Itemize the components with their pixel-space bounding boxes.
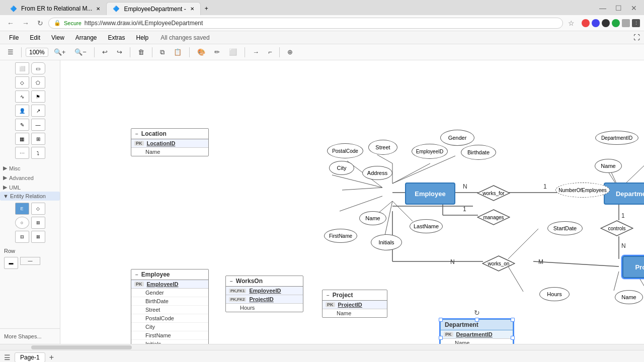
handle-tr[interactable] [511,318,515,322]
shape-pencil[interactable]: ✎ [15,119,29,131]
handle-mr[interactable] [511,336,515,340]
bottom-bar: ☰ Page-1 + [0,350,644,362]
shape-pentagon[interactable]: ⬠ [31,76,45,88]
insert-btn[interactable]: ⊕ [284,47,296,57]
menu-extras[interactable]: Extras [103,33,130,42]
shape-step[interactable]: ⤵ [31,147,45,159]
pages-menu-btn[interactable]: ☰ [4,353,11,361]
employee-entity[interactable]: Employee [405,183,455,205]
handle-ml[interactable] [439,336,443,340]
settings-icon[interactable]: ⋮ [632,19,640,27]
minimize-btn[interactable]: — [596,3,609,13]
location-collapse-btn[interactable]: − [135,131,138,137]
location-title: Location [141,130,167,137]
shape-rect[interactable]: ⬜ [15,62,29,74]
birthdate-attr: Birthdate [461,145,496,160]
panel-misc-label[interactable]: ▶ Misc [0,163,60,172]
add-page-btn[interactable]: + [49,353,54,362]
copy-btn[interactable]: ⧉ [156,47,168,58]
employee-collapse-btn[interactable]: − [135,272,138,278]
refresh-icon[interactable]: ↻ [474,309,480,317]
fullscreen-icon[interactable]: ⛶ [633,34,640,41]
er-shape-2[interactable]: ◇ [31,203,45,215]
zoom-level[interactable]: 100% [26,48,48,57]
shape-diamond[interactable]: ◇ [15,76,29,88]
zoom-out-btn[interactable]: 🔍− [71,47,90,57]
sep5 [189,47,190,57]
shape-person[interactable]: 👤 [15,105,29,117]
maximize-btn[interactable]: ☐ [612,3,625,13]
stroke-btn[interactable]: ✏ [211,47,223,57]
reload-btn[interactable]: ↻ [34,18,46,28]
initials-attr: Initials [371,234,402,250]
redo-btn[interactable]: ↪ [113,47,126,57]
employee-pk-label: PK [134,282,144,287]
bookmark-btn[interactable]: ☆ [565,18,578,28]
panel-advanced-label[interactable]: ▶ Advanced [0,172,60,182]
handle-tc[interactable] [475,318,479,322]
menu-view[interactable]: View [46,33,69,42]
project-name-field: Name [337,310,351,316]
panel-uml-label[interactable]: ▶ UML [0,182,60,192]
menu-file[interactable]: File [4,33,24,42]
panel-entity-relation[interactable]: ▼ Entity Relation [0,192,60,201]
er-shape-4[interactable]: ⊞ [31,217,45,229]
sidebar-toggle-btn[interactable]: ☰ [4,47,17,57]
er-shape-3[interactable]: ○ [15,217,29,229]
address-attr-label: Address [367,170,387,176]
shape-rect2[interactable]: ▦ [15,133,29,145]
address-bar[interactable]: 🔒 Secure https://www.draw.io/#LEmployeeD… [48,18,563,29]
menu-edit[interactable]: Edit [25,33,45,42]
shape-arrow[interactable]: ↗ [31,105,45,117]
back-btn[interactable]: ← [4,18,17,28]
shape-curve[interactable]: ∿ [15,90,29,103]
er-shape-5[interactable]: ⊟ [15,231,29,243]
tab-2[interactable]: 🔷 EmployeeDepartment - ✕ [106,2,200,15]
undo-btn[interactable]: ↩ [99,47,111,57]
tab1-close[interactable]: ✕ [96,6,100,12]
employeeid-attr: EmployeeID [412,144,448,159]
tab2-close[interactable]: ✕ [190,6,194,12]
department-entity[interactable]: Department [604,183,644,205]
er-shape-1[interactable]: E [15,203,29,215]
shape-btn[interactable]: ⬜ [225,47,240,57]
menu-help[interactable]: Help [131,33,154,42]
tab2-label: EmployeeDepartment - [124,6,186,13]
close-btn[interactable]: ✕ [628,3,640,13]
shape-misc[interactable]: ⋯ [15,147,29,159]
handle-tl[interactable] [439,318,443,322]
canvas-area[interactable]: N 1 1 N 1 N N M − Location PK LocationI [60,60,644,344]
tab-1[interactable]: 🔷 From ER to Relational M... ✕ [4,2,106,15]
shape-rounded[interactable]: ▭ [31,62,45,74]
project-entity[interactable]: Project [622,256,644,278]
shape-line[interactable]: — [31,119,45,131]
location-table: − Location PK LocationID Name [131,128,209,156]
delete-btn[interactable]: 🗑 [134,47,148,57]
row-shape-line: — [20,257,40,265]
h-scrollbar[interactable] [0,344,644,350]
scrollbar-thumb[interactable] [31,345,132,349]
new-tab-btn[interactable]: + [201,2,212,15]
firstname-attr: FirstName [324,229,357,243]
location-pk-row: PK LocationID [131,139,208,148]
waypoint-btn[interactable]: ⌐ [265,47,276,57]
menu-arrange[interactable]: Arrange [70,33,102,42]
row-shape-1[interactable]: ▬ [4,257,18,269]
er-shape-6[interactable]: ⊠ [31,231,45,243]
fill-btn[interactable]: 🎨 [194,47,209,57]
paste-btn[interactable]: 📋 [170,47,185,57]
employee-table: − Employee PK EmployeeID Gender BirthDat… [131,269,209,344]
connection-btn[interactable]: → [249,47,263,57]
shape-flag[interactable]: ⚑ [31,90,45,103]
workson-collapse-btn[interactable]: − [230,279,233,284]
lastname-attr-label: LastName [414,223,439,229]
project-collapse-btn[interactable]: − [327,293,330,298]
employee-gender-row: Gender [131,289,208,297]
more-shapes-btn[interactable]: More Shapes... [0,328,60,344]
tab1-label: From ER to Relational M... [21,5,92,12]
zoom-in-btn[interactable]: 🔍+ [50,47,69,57]
page-1-tab[interactable]: Page-1 [15,352,45,363]
birthdate-attr-label: Birthdate [467,149,490,155]
shape-table[interactable]: ⊞ [31,133,45,145]
forward-btn[interactable]: → [19,18,32,28]
